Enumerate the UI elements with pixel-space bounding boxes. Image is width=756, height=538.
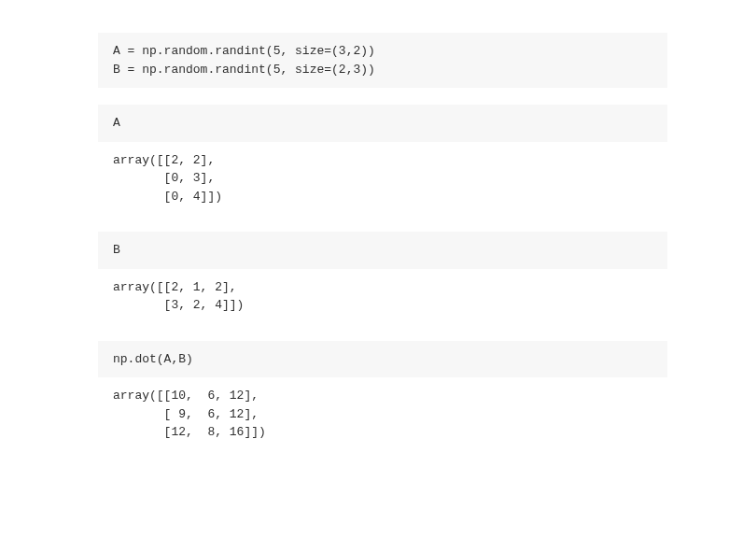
code-cell-input[interactable]: B (98, 232, 667, 269)
code-cell-input[interactable]: A (98, 105, 667, 142)
code-cell-output: array([[2, 1, 2], [3, 2, 4]]) (98, 269, 667, 324)
notebook-container: A = np.random.randint(5, size=(3,2)) B =… (0, 33, 756, 451)
code-cell-output: array([[2, 2], [0, 3], [0, 4]]) (98, 142, 667, 216)
code-cell-input[interactable]: np.dot(A,B) (98, 341, 667, 378)
code-cell-input[interactable]: A = np.random.randint(5, size=(3,2)) B =… (98, 33, 667, 88)
cell-gap (98, 88, 667, 105)
code-cell-output: array([[10, 6, 12], [ 9, 6, 12], [12, 8,… (98, 377, 667, 451)
